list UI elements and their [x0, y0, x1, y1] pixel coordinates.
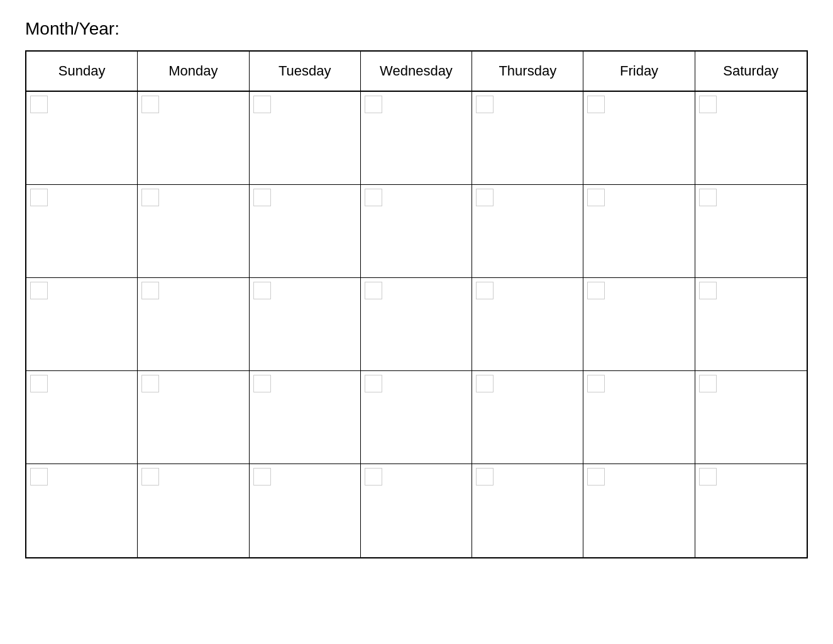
- date-box: [253, 375, 271, 392]
- day-friday: Friday: [583, 52, 695, 91]
- calendar-cell[interactable]: [250, 464, 361, 557]
- calendar-cell[interactable]: [583, 92, 695, 184]
- date-box: [30, 375, 48, 392]
- date-box: [587, 468, 605, 486]
- month-year-label: Month/Year:: [25, 19, 808, 39]
- calendar-cell[interactable]: [472, 371, 583, 464]
- calendar-cell[interactable]: [695, 92, 807, 184]
- day-sunday: Sunday: [26, 52, 138, 91]
- calendar-cell[interactable]: [472, 185, 583, 277]
- calendar-cell[interactable]: [250, 371, 361, 464]
- date-box: [365, 96, 382, 113]
- date-box: [587, 189, 605, 206]
- calendar-week-2: [26, 185, 807, 278]
- calendar-cell[interactable]: [138, 464, 249, 557]
- calendar-cell[interactable]: [138, 92, 249, 184]
- calendar-cell[interactable]: [26, 371, 138, 464]
- calendar-cell[interactable]: [695, 464, 807, 557]
- date-box: [30, 189, 48, 206]
- date-box: [699, 468, 717, 486]
- day-tuesday: Tuesday: [250, 52, 361, 91]
- date-box: [141, 375, 159, 392]
- calendar-cell[interactable]: [695, 278, 807, 370]
- calendar-cell[interactable]: [583, 464, 695, 557]
- date-box: [476, 468, 494, 486]
- date-box: [141, 189, 159, 206]
- date-box: [587, 375, 605, 392]
- calendar-cell[interactable]: [138, 371, 249, 464]
- date-box: [365, 282, 382, 299]
- date-box: [141, 96, 159, 113]
- calendar-cell[interactable]: [361, 464, 472, 557]
- date-box: [365, 468, 382, 486]
- calendar-cell[interactable]: [250, 92, 361, 184]
- calendar-week-5: [26, 464, 807, 557]
- date-box: [699, 282, 717, 299]
- date-box: [587, 96, 605, 113]
- calendar-container: Sunday Monday Tuesday Wednesday Thursday…: [25, 50, 808, 558]
- date-box: [141, 282, 159, 299]
- calendar-cell[interactable]: [583, 185, 695, 277]
- calendar-week-3: [26, 278, 807, 371]
- calendar-cell[interactable]: [472, 92, 583, 184]
- date-box: [476, 282, 494, 299]
- calendar-cell[interactable]: [695, 371, 807, 464]
- date-box: [476, 375, 494, 392]
- calendar-cell[interactable]: [361, 185, 472, 277]
- calendar-cell[interactable]: [250, 185, 361, 277]
- calendar-header: Sunday Monday Tuesday Wednesday Thursday…: [26, 52, 807, 92]
- date-box: [141, 468, 159, 486]
- calendar-cell[interactable]: [250, 278, 361, 370]
- date-box: [253, 468, 271, 486]
- date-box: [30, 282, 48, 299]
- date-box: [587, 282, 605, 299]
- calendar-cell[interactable]: [361, 92, 472, 184]
- calendar-cell[interactable]: [583, 371, 695, 464]
- calendar-cell[interactable]: [472, 278, 583, 370]
- calendar-cell[interactable]: [138, 278, 249, 370]
- calendar-week-4: [26, 371, 807, 464]
- calendar-body: [26, 92, 807, 557]
- date-box: [476, 189, 494, 206]
- calendar-cell[interactable]: [361, 371, 472, 464]
- calendar-cell[interactable]: [26, 278, 138, 370]
- calendar-cell[interactable]: [26, 185, 138, 277]
- day-thursday: Thursday: [472, 52, 583, 91]
- calendar-cell[interactable]: [472, 464, 583, 557]
- date-box: [30, 96, 48, 113]
- date-box: [699, 189, 717, 206]
- calendar-cell[interactable]: [695, 185, 807, 277]
- calendar-cell[interactable]: [361, 278, 472, 370]
- calendar-cell[interactable]: [26, 92, 138, 184]
- calendar-cell[interactable]: [26, 464, 138, 557]
- calendar-cell[interactable]: [138, 185, 249, 277]
- date-box: [253, 96, 271, 113]
- date-box: [30, 468, 48, 486]
- date-box: [365, 189, 382, 206]
- date-box: [699, 375, 717, 392]
- day-wednesday: Wednesday: [361, 52, 472, 91]
- calendar-week-1: [26, 92, 807, 185]
- date-box: [476, 96, 494, 113]
- date-box: [253, 282, 271, 299]
- date-box: [699, 96, 717, 113]
- calendar-cell[interactable]: [583, 278, 695, 370]
- date-box: [253, 189, 271, 206]
- date-box: [365, 375, 382, 392]
- day-saturday: Saturday: [695, 52, 807, 91]
- day-monday: Monday: [138, 52, 249, 91]
